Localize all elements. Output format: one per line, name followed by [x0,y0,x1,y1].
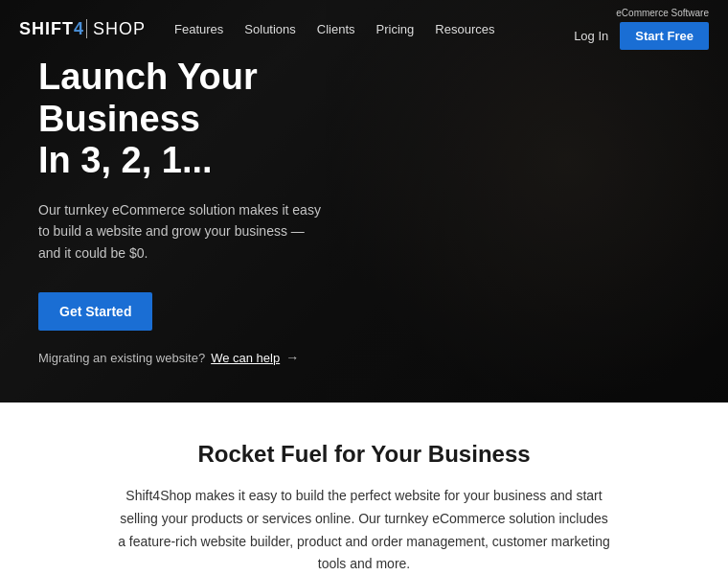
header-actions: Log In Start Free [574,22,709,50]
hero-subtext: Our turnkey eCommerce solution makes it … [38,199,326,264]
main-nav: Features Solutions Clients Pricing Resou… [174,22,574,36]
nav-item-pricing[interactable]: Pricing [376,22,415,36]
nav-item-resources[interactable]: Resources [435,22,494,36]
header-right: eCommerce Software Log In Start Free [574,8,709,50]
migration-prefix: Migrating an existing website? [38,351,205,365]
hero-headline: Launch Your BusinessIn 3, 2, 1... [38,57,402,182]
nav-item-features[interactable]: Features [174,22,223,36]
logo-text: SHIFT4SHOP [19,19,146,39]
nav-item-solutions[interactable]: Solutions [244,22,295,36]
start-free-button[interactable]: Start Free [620,22,709,50]
get-started-button[interactable]: Get Started [38,292,152,331]
hero-content: Launch Your BusinessIn 3, 2, 1... Our tu… [0,0,441,402]
section-body: Shift4Shop makes it easy to build the pe… [115,485,613,575]
logo-four: 4 [74,19,84,38]
logo-shift: SHIFT [19,19,74,38]
header: SHIFT4SHOP Features Solutions Clients Pr… [0,0,728,58]
arrow-right-icon: → [285,350,299,365]
hero-section: Launch Your BusinessIn 3, 2, 1... Our tu… [0,0,728,402]
migration-line: Migrating an existing website? We can he… [38,350,402,365]
features-section: Rocket Fuel for Your Business Shift4Shop… [0,402,728,575]
migration-link[interactable]: We can help [211,351,280,365]
logo[interactable]: SHIFT4SHOP [19,19,146,39]
section-title: Rocket Fuel for Your Business [96,441,632,468]
logo-shop: SHOP [86,19,146,38]
ecommerce-label: eCommerce Software [616,8,709,18]
nav-item-clients[interactable]: Clients [317,22,355,36]
login-link[interactable]: Log In [574,29,608,43]
